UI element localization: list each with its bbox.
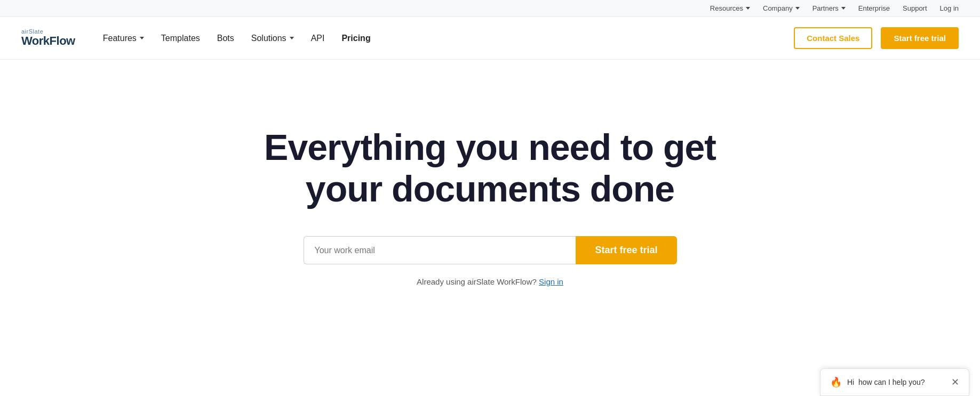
chat-subtext: how can I help you?: [858, 378, 925, 386]
chat-emoji: 🔥: [830, 376, 842, 388]
hero-title: Everything you need to get your document…: [264, 126, 716, 209]
topbar-item-enterprise[interactable]: Enterprise: [858, 4, 890, 12]
sign-in-link[interactable]: Sign in: [539, 277, 563, 286]
topbar-item-partners[interactable]: Partners: [812, 4, 846, 12]
chat-widget: 🔥 Hi how can I help you? ✕: [820, 368, 969, 396]
hero-title-line1: Everything you need to get: [264, 127, 716, 167]
logo-workflow: WorkFlow: [21, 35, 75, 47]
nav-item-bots[interactable]: Bots: [211, 29, 241, 47]
nav-solutions-label: Solutions: [251, 34, 286, 43]
company-chevron-icon: [795, 7, 800, 10]
topbar-resources-label: Resources: [710, 4, 743, 12]
hero-start-trial-button[interactable]: Start free trial: [576, 236, 676, 264]
topbar-enterprise-label: Enterprise: [858, 4, 890, 12]
nav-cta-group: Contact Sales Start free trial: [794, 27, 959, 49]
nav-templates-label: Templates: [161, 34, 200, 43]
nav-api-label: API: [311, 34, 325, 43]
nav-item-templates[interactable]: Templates: [155, 29, 206, 47]
resources-chevron-icon: [746, 7, 750, 10]
already-text: Already using airSlate WorkFlow? Sign in: [417, 277, 563, 286]
nav-item-api[interactable]: API: [305, 29, 331, 47]
topbar-item-login[interactable]: Log in: [940, 4, 959, 12]
nav-start-trial-button[interactable]: Start free trial: [881, 27, 959, 49]
logo[interactable]: airSlate WorkFlow: [21, 29, 75, 47]
nav-items: Features Templates Bots Solutions API Pr…: [97, 29, 794, 47]
main-nav: airSlate WorkFlow Features Templates Bot…: [0, 17, 980, 60]
nav-pricing-label: Pricing: [341, 34, 370, 43]
hero-section: Everything you need to get your document…: [0, 60, 980, 342]
chat-greeting: Hi how can I help you?: [847, 378, 946, 386]
email-form: Start free trial: [304, 236, 677, 264]
topbar-item-resources[interactable]: Resources: [710, 4, 750, 12]
chat-close-button[interactable]: ✕: [951, 377, 959, 387]
topbar-item-company[interactable]: Company: [763, 4, 800, 12]
topbar-login-label: Log in: [940, 4, 959, 12]
topbar-item-support[interactable]: Support: [903, 4, 927, 12]
already-using-label: Already using airSlate WorkFlow?: [417, 277, 537, 286]
nav-features-label: Features: [103, 34, 137, 43]
chat-hi: Hi: [847, 378, 854, 386]
nav-bots-label: Bots: [217, 34, 234, 43]
email-input[interactable]: [304, 236, 576, 264]
nav-item-solutions[interactable]: Solutions: [245, 29, 300, 47]
contact-sales-button[interactable]: Contact Sales: [794, 27, 872, 49]
topbar-support-label: Support: [903, 4, 927, 12]
topbar-company-label: Company: [763, 4, 793, 12]
partners-chevron-icon: [841, 7, 846, 10]
nav-item-pricing[interactable]: Pricing: [335, 29, 377, 47]
solutions-chevron-icon: [290, 37, 294, 39]
top-bar: Resources Company Partners Enterprise Su…: [0, 0, 980, 17]
features-chevron-icon: [140, 37, 144, 39]
topbar-partners-label: Partners: [812, 4, 839, 12]
hero-title-line2: your documents done: [306, 168, 674, 209]
nav-item-features[interactable]: Features: [97, 29, 150, 47]
